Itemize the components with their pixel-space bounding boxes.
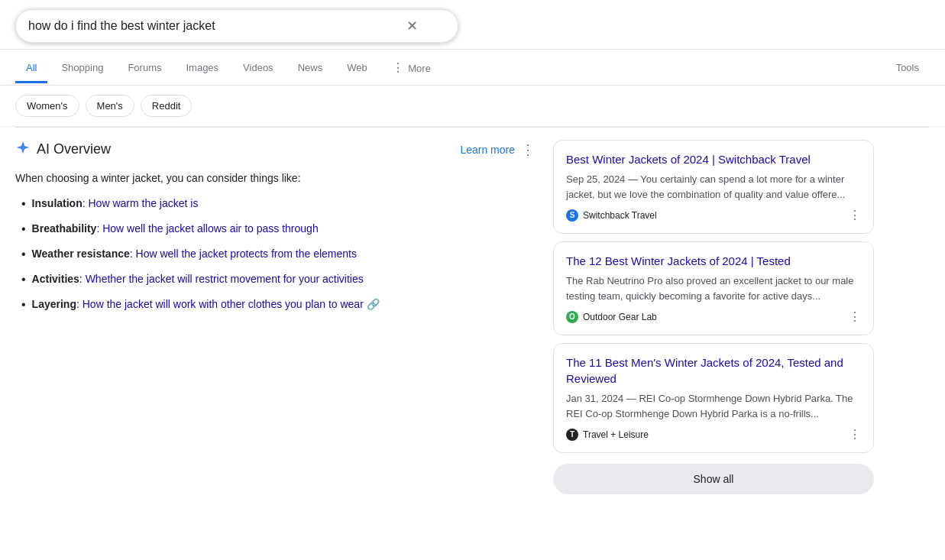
source-title-ogl[interactable]: The 12 Best Winter Jackets of 2024 | Tes… — [566, 253, 861, 269]
source-more-button-tl[interactable]: ⋮ — [849, 427, 861, 442]
source-snippet-tl: Jan 31, 2024 — REI Co-op Stormhenge Down… — [566, 391, 861, 421]
source-footer-switchback: S Switchback Travel ⋮ — [566, 208, 861, 222]
tab-videos[interactable]: Videos — [232, 54, 284, 83]
ai-actions: Learn more ⋮ — [460, 141, 535, 158]
sources-panel: Best Winter Jackets of 2024 | Switchback… — [553, 140, 874, 494]
search-icons: ✕ — [406, 18, 445, 34]
list-term: Layering — [32, 298, 76, 310]
learn-more-link[interactable]: Learn more — [460, 144, 515, 156]
tab-news[interactable]: News — [287, 54, 334, 83]
show-all-button[interactable]: Show all — [553, 464, 874, 494]
source-site-tl: T Travel + Leisure — [566, 429, 649, 441]
layering-link-icon[interactable]: 🔗 — [367, 298, 380, 310]
source-title-tl[interactable]: The 11 Best Men's Winter Jackets of 2024… — [566, 354, 861, 387]
ai-intro: When choosing a winter jacket, you can c… — [15, 170, 535, 186]
site-name-ogl: Outdoor Gear Lab — [583, 312, 657, 322]
switchback-favicon: S — [566, 209, 578, 222]
chip-womens[interactable]: Women's — [15, 95, 79, 117]
ai-header: AI Overview Learn more ⋮ — [15, 140, 535, 159]
search-input[interactable] — [28, 19, 406, 33]
list-item-layering: Layering: How the jacket will work with … — [21, 296, 535, 314]
source-site-ogl: O Outdoor Gear Lab — [566, 311, 657, 323]
tab-all[interactable]: All — [15, 54, 47, 83]
nav-tabs: All Shopping Forums Images Videos News W… — [0, 50, 945, 86]
ai-title: AI Overview — [15, 140, 111, 159]
site-name-tl: Travel + Leisure — [583, 429, 649, 440]
list-item-breathability: Breathability: How well the jacket allow… — [21, 221, 535, 238]
source-more-button-switchback[interactable]: ⋮ — [849, 208, 861, 222]
source-card-ogl: The 12 Best Winter Jackets of 2024 | Tes… — [553, 241, 874, 335]
source-snippet-switchback: Sep 25, 2024 — You certainly can spend a… — [566, 172, 861, 202]
chips-container: Women's Men's Reddit — [0, 86, 945, 127]
source-title-switchback[interactable]: Best Winter Jackets of 2024 | Switchback… — [566, 151, 861, 167]
chip-reddit[interactable]: Reddit — [141, 95, 193, 117]
ai-overview-title: AI Overview — [37, 141, 111, 157]
source-more-button-ogl[interactable]: ⋮ — [849, 309, 861, 324]
ogl-favicon: O — [566, 311, 578, 323]
list-item-weather-resistance: Weather resistance: How well the jacket … — [21, 246, 535, 264]
ai-more-options-button[interactable]: ⋮ — [521, 141, 535, 158]
tab-tools[interactable]: Tools — [885, 54, 930, 83]
source-footer-ogl: O Outdoor Gear Lab ⋮ — [566, 309, 861, 324]
ai-list: Insulation: How warm the jacket is Breat… — [15, 196, 535, 314]
search-box: ✕ — [15, 9, 458, 43]
tab-shopping[interactable]: Shopping — [50, 54, 114, 83]
list-term: Weather resistance — [32, 248, 130, 260]
main-content: AI Overview Learn more ⋮ When choosing a… — [0, 128, 945, 507]
chip-mens[interactable]: Men's — [86, 95, 134, 117]
ai-spark-icon — [15, 140, 31, 159]
ai-overview: AI Overview Learn more ⋮ When choosing a… — [15, 140, 535, 494]
source-site-switchback: S Switchback Travel — [566, 209, 657, 222]
tab-images[interactable]: Images — [175, 54, 229, 83]
list-term: Breathability — [32, 222, 97, 235]
list-term: Insulation — [32, 197, 83, 209]
tab-forums[interactable]: Forums — [117, 54, 172, 83]
tab-web[interactable]: Web — [336, 54, 378, 83]
search-bar-container: ✕ — [0, 0, 945, 50]
source-footer-tl: T Travel + Leisure ⋮ — [566, 427, 861, 442]
site-name-switchback: Switchback Travel — [583, 210, 657, 221]
clear-icon[interactable]: ✕ — [406, 18, 418, 34]
source-card-tl: The 11 Best Men's Winter Jackets of 2024… — [553, 343, 874, 453]
tl-favicon: T — [566, 429, 578, 441]
list-item-activities: Activities: Whether the jacket will rest… — [21, 271, 535, 289]
tab-more[interactable]: ⋮ More — [381, 53, 442, 85]
source-card-switchback: Best Winter Jackets of 2024 | Switchback… — [553, 140, 874, 234]
list-term: Activities — [32, 273, 79, 285]
list-item-insulation: Insulation: How warm the jacket is — [21, 196, 535, 213]
source-snippet-ogl: The Rab Neutrino Pro also proved an exce… — [566, 274, 861, 303]
